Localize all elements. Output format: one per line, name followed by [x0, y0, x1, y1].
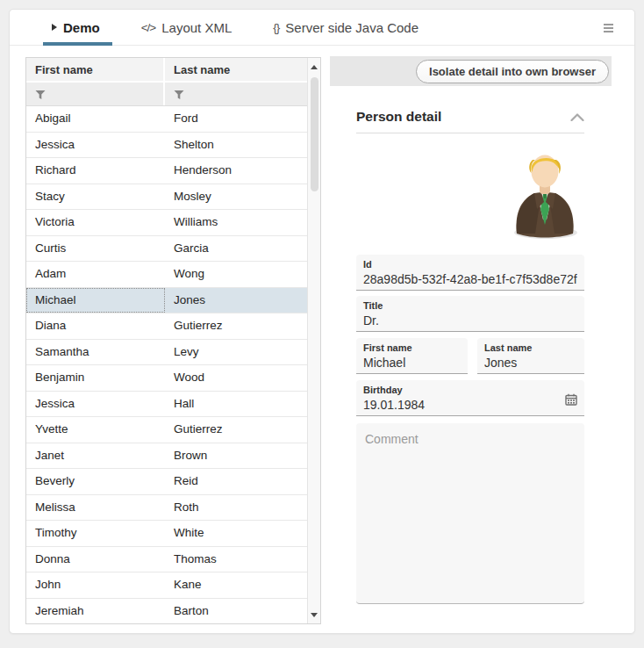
table-row[interactable]: Jessica Hall — [26, 392, 307, 418]
cell-last-name[interactable]: Mosley — [165, 184, 307, 210]
filter-last-name[interactable] — [165, 83, 307, 105]
isolate-detail-button[interactable]: Isolate detail into own browser — [416, 60, 609, 83]
person-detail-title: Person detail — [356, 109, 441, 125]
cell-first-name[interactable]: John — [26, 572, 165, 598]
cell-first-name[interactable]: Adam — [26, 262, 165, 287]
table-row[interactable]: Jessica Shelton — [26, 133, 307, 159]
tab-bar: Demo </> Layout XML {} Server side Java … — [10, 10, 634, 46]
cell-last-name[interactable]: Roth — [165, 495, 307, 521]
table-row[interactable]: Stacy Mosley — [26, 184, 307, 211]
first-name-label: First name — [363, 342, 461, 354]
detail-panel: Isolate detail into own browser Person d… — [330, 56, 612, 604]
calendar-icon[interactable] — [565, 393, 577, 409]
id-input[interactable] — [363, 270, 577, 287]
table-row[interactable]: Victoria Williams — [26, 210, 307, 236]
filter-first-name[interactable] — [26, 83, 165, 105]
person-avatar — [505, 148, 584, 240]
scrollbar-thumb[interactable] — [311, 77, 318, 191]
cell-first-name[interactable]: Jessica — [26, 392, 165, 417]
table-row[interactable]: Richard Henderson — [26, 158, 307, 184]
cell-first-name[interactable]: Michael — [26, 288, 165, 313]
tab-label: Layout XML — [161, 20, 232, 35]
scroll-down-arrow-icon[interactable] — [308, 608, 320, 622]
cell-last-name[interactable]: Ford — [165, 106, 307, 132]
cell-last-name[interactable]: Jones — [165, 288, 307, 313]
cell-first-name[interactable]: Beverly — [26, 469, 165, 494]
last-name-field: Last name — [477, 338, 584, 374]
cell-first-name[interactable]: Richard — [26, 158, 165, 184]
tab-server-java[interactable]: {} Server side Java Code — [273, 10, 431, 45]
cell-last-name[interactable]: Garcia — [165, 236, 307, 262]
filter-funnel-icon — [35, 90, 46, 100]
table-row[interactable]: Michael Jones — [26, 288, 307, 314]
cell-last-name[interactable]: Thomas — [165, 547, 307, 572]
cell-last-name[interactable]: Kane — [165, 572, 307, 598]
table-row[interactable]: Janet Brown — [26, 443, 307, 470]
cell-first-name[interactable]: Donna — [26, 547, 165, 572]
table-row[interactable]: Donna Thomas — [26, 547, 307, 573]
cell-last-name[interactable]: Levy — [165, 340, 307, 365]
cell-last-name[interactable]: Henderson — [165, 158, 307, 184]
table-row[interactable]: Melissa Roth — [26, 495, 307, 522]
scroll-up-arrow-icon[interactable] — [308, 60, 320, 74]
table-row[interactable]: Adam Wong — [26, 262, 307, 288]
first-name-input[interactable] — [363, 354, 461, 371]
cell-last-name[interactable]: Gutierrez — [165, 417, 307, 443]
detail-toolbar: Isolate detail into own browser — [330, 56, 612, 86]
cell-last-name[interactable]: Reid — [165, 469, 307, 494]
cell-last-name[interactable]: Wong — [165, 262, 307, 287]
cell-first-name[interactable]: Timothy — [26, 521, 165, 546]
app-card: Demo </> Layout XML {} Server side Java … — [9, 9, 635, 634]
comment-textarea[interactable] — [356, 423, 584, 604]
cell-first-name[interactable]: Stacy — [26, 184, 165, 210]
cell-first-name[interactable]: Melissa — [26, 495, 165, 521]
table-header: First name Last name — [26, 58, 307, 83]
title-input[interactable] — [363, 312, 577, 328]
tab-demo[interactable]: Demo — [52, 10, 112, 45]
title-field: Title — [356, 296, 584, 332]
cell-first-name[interactable]: Curtis — [26, 236, 165, 262]
table-row[interactable]: Jeremiah Barton — [26, 599, 307, 624]
column-header-first-name[interactable]: First name — [26, 58, 165, 81]
table-row[interactable]: Diana Gutierrez — [26, 313, 307, 340]
table-row[interactable]: Samantha Levy — [26, 340, 307, 366]
cell-last-name[interactable]: Hall — [165, 392, 307, 417]
cell-last-name[interactable]: Brown — [165, 443, 307, 469]
table-row[interactable]: John Kane — [26, 572, 307, 599]
cell-first-name[interactable]: Samantha — [26, 340, 165, 365]
table-scrollbar[interactable] — [307, 58, 320, 623]
birthday-field: Birthday — [356, 380, 584, 416]
last-name-input[interactable] — [484, 354, 577, 371]
column-header-last-name[interactable]: Last name — [165, 58, 307, 81]
tab-layout-xml[interactable]: </> Layout XML — [141, 10, 245, 45]
cell-last-name[interactable]: Gutierrez — [165, 313, 307, 339]
table-row[interactable]: Curtis Garcia — [26, 236, 307, 263]
cell-last-name[interactable]: Barton — [165, 599, 307, 624]
person-table: First name Last name Abigail Ford Jessic… — [25, 57, 321, 624]
cell-last-name[interactable]: Wood — [165, 365, 307, 391]
cell-first-name[interactable]: Jeremiah — [26, 599, 165, 624]
table-row[interactable]: Beverly Reid — [26, 469, 307, 495]
table-row[interactable]: Yvette Gutierrez — [26, 417, 307, 443]
hamburger-icon[interactable] — [604, 27, 613, 29]
cell-last-name[interactable]: White — [165, 521, 307, 546]
table-row[interactable]: Abigail Ford — [26, 106, 307, 133]
collapse-chevron-up-icon[interactable] — [570, 113, 584, 121]
table-row[interactable]: Timothy White — [26, 521, 307, 547]
cell-first-name[interactable]: Victoria — [26, 210, 165, 235]
first-name-field: First name — [356, 338, 468, 374]
last-name-label: Last name — [484, 342, 577, 354]
birthday-input[interactable] — [363, 396, 558, 413]
cell-last-name[interactable]: Shelton — [165, 133, 307, 158]
cell-first-name[interactable]: Benjamin — [26, 365, 165, 391]
cell-first-name[interactable]: Diana — [26, 313, 165, 339]
cell-first-name[interactable]: Jessica — [26, 133, 165, 158]
table-row[interactable]: Benjamin Wood — [26, 365, 307, 392]
tab-label: Demo — [63, 20, 100, 35]
table-body: Abigail Ford Jessica Shelton Richard Hen… — [26, 106, 307, 623]
cell-first-name[interactable]: Abigail — [26, 106, 165, 132]
cell-last-name[interactable]: Williams — [165, 210, 307, 235]
cell-first-name[interactable]: Yvette — [26, 417, 165, 443]
cell-first-name[interactable]: Janet — [26, 443, 165, 469]
id-field: Id — [356, 255, 584, 291]
